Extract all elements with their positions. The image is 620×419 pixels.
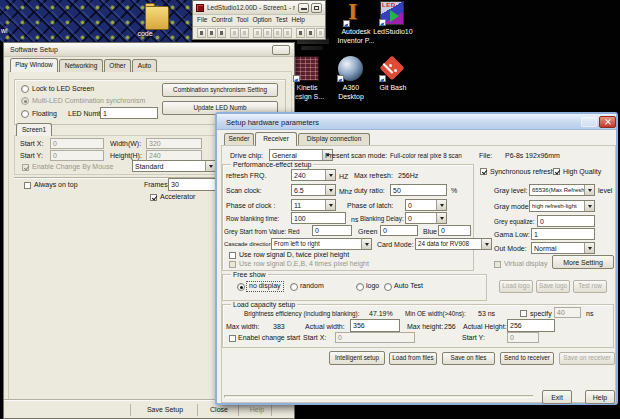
gray-mode-dropdown[interactable]: high refresh-light [529, 200, 595, 212]
tab-other[interactable]: Other [104, 59, 131, 72]
actual-width-field[interactable]: 356 [350, 319, 400, 332]
red-field[interactable]: 0 [312, 225, 352, 236]
load-from-files-button[interactable]: Load from files [389, 352, 437, 365]
row-blanking-field[interactable]: 100 [291, 212, 346, 224]
menu-tool[interactable]: Tool [236, 16, 248, 24]
width-field[interactable]: 320 [146, 138, 202, 149]
folder-icon[interactable] [145, 3, 169, 30]
out-mode-dropdown[interactable]: Normal [531, 242, 595, 254]
blue-field[interactable]: 0 [438, 225, 471, 236]
refresh-frq-dropdown[interactable]: 240 [291, 169, 336, 181]
load-logo-button[interactable]: Load logo [499, 280, 533, 293]
actual-height-field[interactable]: 256 [507, 319, 555, 332]
menu-control[interactable]: Control [211, 16, 232, 24]
led-numb-field[interactable]: 1 [100, 107, 158, 119]
kinetis-design-studio-icon[interactable] [294, 56, 319, 81]
stop-icon[interactable] [273, 28, 282, 38]
menu-help[interactable]: Help [291, 16, 304, 24]
tab-auto[interactable]: Auto [132, 59, 157, 72]
next-icon[interactable] [283, 28, 292, 38]
save-on-receiver-button[interactable]: Save on receiver [559, 352, 615, 365]
specify-checkbox[interactable] [520, 310, 527, 317]
start-y-field[interactable]: 0 [507, 332, 539, 343]
minimize-button[interactable] [298, 3, 309, 13]
grey-equalize-field[interactable]: 0 [537, 215, 595, 227]
close-icon[interactable] [599, 116, 616, 128]
no-display-radio[interactable] [237, 283, 245, 291]
multi-led-radio[interactable] [21, 97, 29, 105]
tab-display-connection[interactable]: Display connection [298, 133, 370, 145]
settings-icon[interactable] [306, 28, 315, 38]
menu-option[interactable]: Option [252, 16, 271, 24]
titlebar-button[interactable] [272, 45, 290, 55]
phase-of-clock-dropdown[interactable]: 11 [291, 199, 336, 211]
more-setting-button[interactable]: More Setting [552, 255, 614, 269]
tab-screen1[interactable]: Screen1 [16, 123, 52, 136]
git-bash-icon[interactable] [380, 56, 405, 81]
cascade-direction-dropdown[interactable]: From left to right [271, 238, 372, 250]
synchronous-refresh-checkbox[interactable] [480, 168, 487, 175]
play-icon[interactable] [263, 28, 272, 38]
copy-icon[interactable] [253, 28, 262, 38]
combination-synchronism-button[interactable]: Combination synchronism Setting [162, 83, 278, 97]
save-on-files-button[interactable]: Save on files [442, 352, 495, 365]
autodesk-inventor-icon[interactable]: I [344, 1, 368, 26]
a360-desktop-icon[interactable] [338, 56, 363, 81]
exit-button[interactable]: Exit [542, 390, 572, 404]
blanking-delay-dropdown[interactable]: 0 [405, 212, 447, 224]
help-button[interactable]: Help [242, 406, 272, 415]
menu-test[interactable]: Test [276, 16, 288, 24]
help-icon[interactable] [316, 28, 325, 38]
start-x-field[interactable]: 0 [335, 332, 415, 343]
software-setup-titlebar[interactable]: Software Setup [4, 43, 294, 57]
no-display-label[interactable]: no display [247, 282, 283, 291]
green-field[interactable]: 0 [380, 225, 418, 236]
start-y-field[interactable]: 0 [50, 150, 104, 161]
open-icon[interactable] [207, 28, 216, 38]
random-radio[interactable] [290, 283, 298, 291]
start-x-field[interactable]: 0 [50, 138, 104, 149]
enable-change-by-mouse-checkbox[interactable] [22, 164, 29, 171]
phase-of-latch-dropdown[interactable]: 0 [405, 199, 447, 211]
row-signal-deb-checkbox[interactable] [229, 261, 236, 268]
titlebar-button[interactable] [581, 117, 597, 127]
lock-to-led-radio[interactable] [21, 85, 29, 93]
row-signal-d-checkbox[interactable] [229, 252, 236, 259]
tab-networking[interactable]: Networking [59, 59, 103, 72]
drive-chip-dropdown[interactable]: General [269, 149, 333, 161]
send-to-receiver-button[interactable]: Send to receiver [500, 352, 554, 365]
display-icon[interactable] [296, 28, 305, 38]
dialog-titlebar[interactable]: Setup hardware parameters [217, 114, 616, 130]
menu-file[interactable]: File [197, 16, 207, 24]
maximize-button[interactable] [311, 3, 322, 13]
test-row-button[interactable]: Test row [573, 280, 607, 293]
ledstudio10-icon[interactable]: LED [380, 1, 404, 25]
duty-ratio-field[interactable]: 50 [390, 184, 447, 196]
auto-test-radio[interactable] [384, 283, 392, 291]
intelligent-setup-button[interactable]: Intelligent setup [329, 351, 385, 365]
tab-sender[interactable]: Sender [224, 133, 254, 145]
floating-radio[interactable] [21, 110, 29, 118]
scan-clock-dropdown[interactable]: 6.5 [291, 184, 336, 196]
accelerator-checkbox[interactable] [150, 194, 157, 201]
tab-play-window[interactable]: Play Window [10, 58, 58, 72]
save-icon[interactable] [217, 28, 226, 38]
main-window-titlebar[interactable]: LedStudio12.00D - Screen1 - new.lsd [193, 1, 325, 15]
new-icon[interactable] [197, 28, 206, 38]
cut-icon[interactable] [240, 28, 249, 38]
close-button[interactable]: Close [201, 406, 237, 415]
always-on-top-checkbox[interactable] [24, 182, 31, 189]
gama-low-field[interactable]: 1 [531, 228, 595, 240]
card-mode-dropdown[interactable]: 24 data for RV908 [415, 238, 492, 250]
specify-field[interactable]: 40 [554, 307, 581, 318]
mode-dropdown[interactable]: Standard [132, 160, 216, 172]
print-icon[interactable] [230, 28, 239, 38]
tab-receiver[interactable]: Receiver [255, 132, 297, 146]
dialog-help-button[interactable]: Help [585, 390, 615, 404]
save-logo-button[interactable]: Save logo [536, 280, 570, 293]
logo-radio[interactable] [356, 283, 364, 291]
high-quality-checkbox[interactable] [553, 168, 560, 175]
virtual-display-checkbox[interactable] [494, 261, 501, 268]
gray-level-dropdown[interactable]: 65536(Max Refresh) [529, 184, 595, 196]
save-setup-button[interactable]: Save Setup [136, 406, 194, 415]
